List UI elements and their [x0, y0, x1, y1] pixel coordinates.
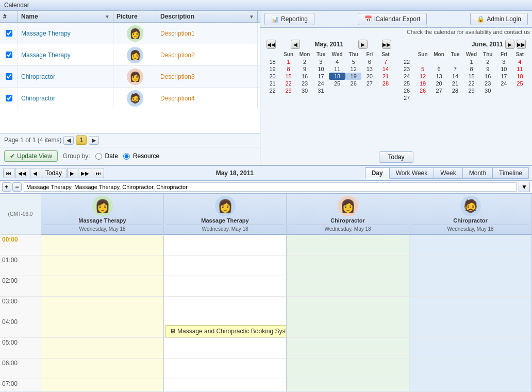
- calendar-day[interactable]: 16: [296, 73, 313, 80]
- calendar-day[interactable]: 22: [280, 80, 296, 87]
- calendar-day[interactable]: 20: [361, 73, 377, 80]
- calendar-day[interactable]: 13: [361, 65, 377, 73]
- calendar-day[interactable]: 3: [313, 58, 329, 65]
- next-page-btn[interactable]: ▶: [89, 136, 99, 145]
- calendar-day[interactable]: 4: [329, 58, 345, 65]
- reporting-btn[interactable]: 📊 Reporting: [264, 13, 314, 25]
- tab-timeline[interactable]: Timeline: [492, 167, 529, 179]
- row-checkbox-3[interactable]: [0, 66, 18, 87]
- calendar-day[interactable]: 25: [329, 80, 345, 87]
- resource-filter-dropdown-btn[interactable]: ▼: [519, 182, 530, 192]
- tab-month[interactable]: Month: [462, 167, 493, 179]
- calendar-day[interactable]: 30: [480, 87, 496, 94]
- calendar-day[interactable]: 15: [280, 73, 296, 80]
- prev-btn[interactable]: ◀: [30, 168, 40, 178]
- calendar-day[interactable]: 6: [431, 65, 447, 73]
- calendar-day[interactable]: 12: [345, 65, 361, 73]
- calendar-day[interactable]: 28: [447, 87, 463, 94]
- row-checkbox-1[interactable]: [0, 23, 18, 44]
- calendar-day[interactable]: 18: [329, 73, 345, 80]
- ical-export-btn[interactable]: 📅 iCalendar Export: [358, 13, 427, 25]
- next-next-btn[interactable]: ▶▶: [78, 168, 92, 178]
- calendar-day[interactable]: 15: [463, 73, 479, 80]
- calendar-day[interactable]: 4: [512, 58, 528, 65]
- tab-day[interactable]: Day: [365, 167, 390, 179]
- calendar-day[interactable]: 8: [280, 65, 296, 73]
- remove-resource-btn[interactable]: −: [12, 182, 22, 192]
- calendar-day[interactable]: 25: [512, 80, 528, 87]
- first-btn[interactable]: ⏮: [3, 168, 14, 178]
- june-title: June, 2011: [472, 41, 503, 48]
- calendar-day[interactable]: 7: [447, 65, 463, 73]
- prev-page-btn[interactable]: ◀: [63, 136, 74, 145]
- may-next-btn[interactable]: ▶: [358, 40, 368, 49]
- calendar-day[interactable]: 19: [345, 73, 361, 80]
- group-by-resource[interactable]: Resource: [123, 152, 159, 160]
- prev-prev-btn[interactable]: ◀◀: [15, 168, 29, 178]
- calendar-day[interactable]: 14: [377, 65, 393, 73]
- calendar-day[interactable]: 24: [313, 80, 329, 87]
- calendar-day[interactable]: 31: [313, 87, 329, 94]
- calendar-day[interactable]: 10: [313, 65, 329, 73]
- june-next-next-btn[interactable]: ▶▶: [517, 40, 526, 49]
- june-next-btn[interactable]: ▶: [505, 40, 514, 49]
- calendar-day[interactable]: 23: [296, 80, 313, 87]
- calendar-day[interactable]: 21: [447, 80, 463, 87]
- tab-week[interactable]: Week: [434, 167, 462, 179]
- calendar-day[interactable]: 23: [480, 80, 496, 87]
- calendar-day[interactable]: 2: [480, 58, 496, 65]
- calendar-day[interactable]: 21: [377, 73, 393, 80]
- calendar-day[interactable]: 19: [415, 80, 431, 87]
- may-next-next-btn[interactable]: ▶▶: [382, 40, 391, 49]
- calendar-day[interactable]: 1: [463, 58, 479, 65]
- calendar-day[interactable]: 26: [415, 87, 431, 94]
- calendar-day[interactable]: 13: [431, 73, 447, 80]
- update-view-btn[interactable]: ✔ Update View: [4, 150, 58, 162]
- calendar-day[interactable]: 18: [512, 73, 528, 80]
- row-checkbox-4[interactable]: [0, 88, 18, 109]
- calendar-day[interactable]: 5: [415, 65, 431, 73]
- calendar-day[interactable]: 7: [377, 58, 393, 65]
- group-by-date[interactable]: Date: [95, 152, 118, 160]
- calendar-day[interactable]: 26: [345, 80, 361, 87]
- calendar-day[interactable]: 1: [280, 58, 296, 65]
- row-checkbox-2[interactable]: [0, 44, 18, 65]
- calendar-day[interactable]: 22: [463, 80, 479, 87]
- calendar-day[interactable]: 9: [480, 65, 496, 73]
- calendar-day[interactable]: 8: [463, 65, 479, 73]
- calendar-day[interactable]: 17: [313, 73, 329, 80]
- calendar-day[interactable]: 24: [496, 80, 512, 87]
- calendar-day[interactable]: 6: [361, 58, 377, 65]
- calendar-day[interactable]: 27: [361, 80, 377, 87]
- calendar-day[interactable]: 2: [296, 58, 313, 65]
- calendar-day[interactable]: 17: [496, 73, 512, 80]
- calendar-day[interactable]: 16: [480, 73, 496, 80]
- calendar-day[interactable]: 11: [512, 65, 528, 73]
- calendar-day[interactable]: 28: [377, 80, 393, 87]
- name-filter-icon[interactable]: ▼: [105, 14, 110, 20]
- may-prev-btn[interactable]: ◀: [291, 40, 300, 49]
- calendar-day[interactable]: 20: [431, 80, 447, 87]
- today-sched-btn[interactable]: Today: [41, 168, 66, 178]
- tab-work-week[interactable]: Work Week: [389, 167, 435, 179]
- calendar-day[interactable]: 5: [345, 58, 361, 65]
- may-prev-prev-btn[interactable]: ◀◀: [267, 40, 276, 49]
- next-btn[interactable]: ▶: [67, 168, 77, 178]
- add-resource-btn[interactable]: +: [2, 182, 11, 192]
- desc-filter-icon[interactable]: ▼: [249, 14, 254, 20]
- calendar-day[interactable]: 29: [280, 87, 296, 94]
- calendar-day[interactable]: 3: [496, 58, 512, 65]
- calendar-day[interactable]: 9: [296, 65, 313, 73]
- resource-filter-input[interactable]: [24, 182, 517, 192]
- calendar-day[interactable]: 11: [329, 65, 345, 73]
- last-btn[interactable]: ⏭: [93, 168, 104, 178]
- calendar-today-btn[interactable]: Today: [379, 151, 413, 163]
- calendar-day[interactable]: 30: [296, 87, 313, 94]
- calendar-day[interactable]: 10: [496, 65, 512, 73]
- calendar-day[interactable]: 27: [431, 87, 447, 94]
- scheduler-toolbar: ⏮ ◀◀ ◀ Today ▶ ▶▶ ⏭ May 18, 2011 Day Wor…: [0, 166, 532, 181]
- calendar-day[interactable]: 12: [415, 73, 431, 80]
- admin-login-btn[interactable]: 🔒 Admin Login: [470, 13, 528, 25]
- calendar-day[interactable]: 29: [463, 87, 479, 94]
- calendar-day[interactable]: 14: [447, 73, 463, 80]
